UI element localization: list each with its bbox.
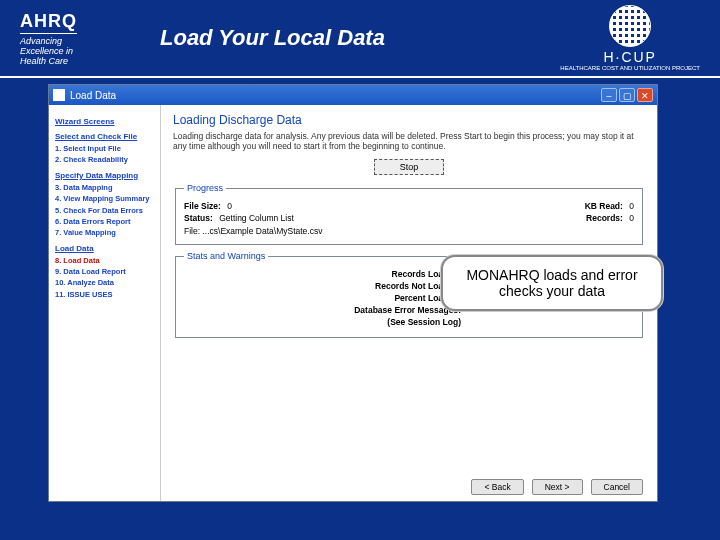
globe-icon [609,5,651,47]
records-label: Records: [586,213,623,223]
hcup-subtext: HEALTHCARE COST AND UTILIZATION PROJECT [560,65,700,71]
sidebar-step[interactable]: 5. Check For Data Errors [55,206,154,215]
maximize-button[interactable]: ▢ [619,88,635,102]
sidebar-step[interactable]: 9. Data Load Report [55,267,154,276]
ahrq-logo: AHRQ Advancing Excellence in Health Care [20,11,130,66]
status-value: Getting Column List [219,213,294,223]
sidebar-group-select: Select and Check File [55,132,154,141]
window-title: Load Data [70,90,116,101]
hcup-wordmark: H·CUP [560,49,700,65]
sidebar-step[interactable]: 2. Check Readability [55,155,154,164]
sidebar-step[interactable]: 3. Data Mapping [55,183,154,192]
progress-group: Progress File Size: 0 KB Read: 0 Status:… [175,183,643,245]
status-label: Status: [184,213,213,223]
next-button[interactable]: Next > [532,479,583,495]
stat-value [467,317,507,327]
progress-legend: Progress [184,183,226,193]
sidebar-step[interactable]: 1. Select Input File [55,144,154,153]
window-titlebar[interactable]: Load Data – ▢ ✕ [49,85,657,105]
stat-label: Records Not Loaded: [311,281,461,291]
file-value: ...cs\Example Data\MyState.csv [202,226,322,236]
app-icon [53,89,65,101]
app-window: Load Data – ▢ ✕ Wizard Screens Select an… [48,84,658,502]
annotation-callout: MONAHRQ loads and error checks your data [441,255,663,311]
file-size-label: File Size: [184,201,221,211]
wizard-main-panel: Loading Discharge Data Loading discharge… [161,105,657,501]
ahrq-tagline-1: Advancing [20,36,130,46]
sidebar-step[interactable]: 4. View Mapping Summary [55,194,154,203]
ahrq-wordmark: AHRQ [20,11,77,34]
stat-label: Percent Loaded: [311,293,461,303]
stop-button[interactable]: Stop [374,159,444,175]
hcup-logo: H·CUP HEALTHCARE COST AND UTILIZATION PR… [560,5,700,71]
sidebar-group-wizard: Wizard Screens [55,117,154,126]
file-label: File: [184,226,200,236]
sidebar-group-load: Load Data [55,244,154,253]
sidebar-step[interactable]: 7. Value Mapping [55,228,154,237]
slide-header: AHRQ Advancing Excellence in Health Care… [0,0,720,78]
sidebar-step[interactable]: 10. Analyze Data [55,278,154,287]
stats-legend: Stats and Warnings [184,251,268,261]
panel-heading: Loading Discharge Data [173,113,645,127]
sidebar-step-current[interactable]: 8. Load Data [55,256,154,265]
sidebar-step[interactable]: 11. ISSUE USES [55,290,154,299]
ahrq-tagline-3: Health Care [20,56,130,66]
cancel-button[interactable]: Cancel [591,479,643,495]
sidebar-group-mapping: Specify Data Mapping [55,171,154,180]
minimize-button[interactable]: – [601,88,617,102]
records-value: 0 [629,213,634,223]
back-button[interactable]: < Back [471,479,523,495]
slide-title: Load Your Local Data [130,25,560,51]
wizard-footer-buttons: < Back Next > Cancel [471,479,643,495]
kb-read-label: KB Read: [585,201,623,211]
wizard-sidebar: Wizard Screens Select and Check File 1. … [49,105,161,501]
kb-read-value: 0 [629,201,634,211]
panel-intro-text: Loading discharge data for analysis. Any… [173,131,645,151]
stat-label: (See Session Log) [311,317,461,327]
stat-label: Database Error Messages: [311,305,461,315]
ahrq-tagline-2: Excellence in [20,46,130,56]
stat-label: Records Loaded: [311,269,461,279]
file-size-value: 0 [227,201,232,211]
close-button[interactable]: ✕ [637,88,653,102]
sidebar-step[interactable]: 6. Data Errors Report [55,217,154,226]
